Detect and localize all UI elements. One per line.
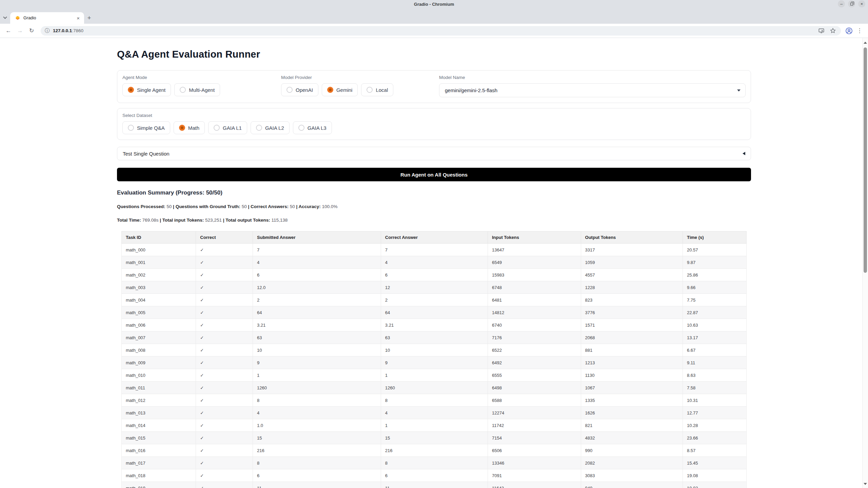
table-cell[interactable]: 15.45 <box>683 457 746 469</box>
table-cell[interactable]: 4 <box>253 407 381 419</box>
radio-option-simple-q-a[interactable]: Simple Q&A <box>122 121 170 134</box>
table-cell[interactable]: 8.63 <box>683 369 746 382</box>
correct-check-cell[interactable]: ✓ <box>196 331 253 344</box>
table-cell[interactable]: math_019 <box>122 482 196 488</box>
correct-check-cell[interactable]: ✓ <box>196 444 253 457</box>
correct-check-cell[interactable]: ✓ <box>196 419 253 432</box>
table-cell[interactable]: 13.17 <box>683 331 746 344</box>
table-cell[interactable]: 1626 <box>581 407 683 419</box>
table-cell[interactable]: 4 <box>381 407 488 419</box>
correct-check-cell[interactable]: ✓ <box>196 482 253 488</box>
scrollbar-thumb[interactable] <box>864 47 867 273</box>
table-cell[interactable]: 881 <box>581 344 683 357</box>
table-cell[interactable]: 3317 <box>581 244 683 256</box>
table-cell[interactable]: 10.28 <box>683 419 746 432</box>
tab-close-icon[interactable]: × <box>76 15 81 21</box>
radio-option-gaia-l1[interactable]: GAIA L1 <box>208 121 247 134</box>
table-cell[interactable]: 7091 <box>488 469 581 482</box>
table-cell[interactable]: 1059 <box>581 256 683 269</box>
radio-option-gaia-l3[interactable]: GAIA L3 <box>293 121 332 134</box>
table-cell[interactable]: 7154 <box>488 432 581 444</box>
table-cell[interactable]: 6740 <box>488 319 581 331</box>
new-tab-button[interactable]: + <box>84 12 94 24</box>
correct-check-cell[interactable]: ✓ <box>196 407 253 419</box>
table-cell[interactable]: math_006 <box>122 319 196 331</box>
correct-check-cell[interactable]: ✓ <box>196 457 253 469</box>
table-cell[interactable]: 22.87 <box>683 306 746 319</box>
table-cell[interactable]: 64 <box>381 306 488 319</box>
table-cell[interactable]: math_003 <box>122 281 196 294</box>
table-cell[interactable]: 1.0 <box>253 419 381 432</box>
correct-check-cell[interactable]: ✓ <box>196 469 253 482</box>
scroll-up-arrow-icon[interactable] <box>863 40 868 45</box>
table-cell[interactable]: 1067 <box>581 382 683 394</box>
run-all-questions-button[interactable]: Run Agent on All Questions <box>117 168 751 181</box>
table-cell[interactable]: 4 <box>381 256 488 269</box>
radio-option-multi-agent[interactable]: Multi-Agent <box>174 83 220 96</box>
table-cell[interactable]: 11643 <box>488 482 581 488</box>
table-cell[interactable]: math_010 <box>122 369 196 382</box>
correct-check-cell[interactable]: ✓ <box>196 294 253 306</box>
table-cell[interactable]: 63 <box>381 331 488 344</box>
table-cell[interactable]: math_013 <box>122 407 196 419</box>
back-button[interactable]: ← <box>3 26 14 36</box>
table-cell[interactable]: 23.66 <box>683 432 746 444</box>
correct-check-cell[interactable]: ✓ <box>196 357 253 369</box>
radio-option-gemini[interactable]: Gemini <box>322 83 358 96</box>
window-close-button[interactable]: × <box>858 0 865 7</box>
table-cell[interactable]: 821 <box>581 419 683 432</box>
table-cell[interactable]: 949 <box>581 482 683 488</box>
table-cell[interactable]: 1213 <box>581 357 683 369</box>
table-cell[interactable]: math_000 <box>122 244 196 256</box>
table-cell[interactable]: 11 <box>253 482 381 488</box>
table-cell[interactable]: math_001 <box>122 256 196 269</box>
table-cell[interactable]: 12274 <box>488 407 581 419</box>
table-cell[interactable]: 11742 <box>488 419 581 432</box>
table-cell[interactable]: math_007 <box>122 331 196 344</box>
table-cell[interactable]: 1571 <box>581 319 683 331</box>
table-cell[interactable]: 9 <box>253 357 381 369</box>
table-cell[interactable]: 6 <box>253 469 381 482</box>
correct-check-cell[interactable]: ✓ <box>196 281 253 294</box>
table-cell[interactable]: 15 <box>381 432 488 444</box>
table-cell[interactable]: 6.67 <box>683 344 746 357</box>
table-cell[interactable]: 15983 <box>488 269 581 281</box>
table-cell[interactable]: 11 <box>381 482 488 488</box>
tab-search-button[interactable] <box>0 12 10 24</box>
page-info-icon[interactable]: ⓘ <box>45 28 50 34</box>
table-cell[interactable]: 1 <box>253 369 381 382</box>
table-cell[interactable]: 6555 <box>488 369 581 382</box>
table-cell[interactable]: 20.57 <box>683 244 746 256</box>
table-cell[interactable]: 1 <box>381 369 488 382</box>
table-cell[interactable]: 216 <box>381 444 488 457</box>
table-cell[interactable]: 6522 <box>488 344 581 357</box>
table-cell[interactable]: 63 <box>253 331 381 344</box>
model-name-dropdown[interactable]: gemini/gemini-2.5-flash <box>439 83 746 97</box>
table-cell[interactable]: math_017 <box>122 457 196 469</box>
table-cell[interactable]: math_004 <box>122 294 196 306</box>
table-cell[interactable]: 3.21 <box>381 319 488 331</box>
forward-button[interactable]: → <box>15 26 25 36</box>
table-cell[interactable]: 10.02 <box>683 482 746 488</box>
radio-option-local[interactable]: Local <box>361 83 393 96</box>
page-scrollbar[interactable] <box>862 38 868 488</box>
radio-option-math[interactable]: Math <box>174 121 205 134</box>
browser-menu-icon[interactable]: ⋮ <box>854 26 865 36</box>
correct-check-cell[interactable]: ✓ <box>196 319 253 331</box>
bookmark-star-icon[interactable] <box>829 27 837 35</box>
table-cell[interactable]: 10 <box>381 344 488 357</box>
table-cell[interactable]: 6506 <box>488 444 581 457</box>
address-bar[interactable]: ⓘ 127.0.0.1:7860 <box>41 26 841 36</box>
table-cell[interactable]: math_016 <box>122 444 196 457</box>
scroll-down-arrow-icon[interactable] <box>863 481 868 487</box>
table-cell[interactable]: 6481 <box>488 294 581 306</box>
table-cell[interactable]: math_018 <box>122 469 196 482</box>
table-cell[interactable]: math_002 <box>122 269 196 281</box>
table-cell[interactable]: 7.75 <box>683 294 746 306</box>
table-cell[interactable]: 6 <box>381 469 488 482</box>
table-cell[interactable]: 7 <box>381 244 488 256</box>
table-cell[interactable]: 2082 <box>581 457 683 469</box>
table-cell[interactable]: 823 <box>581 294 683 306</box>
table-cell[interactable]: 25.86 <box>683 269 746 281</box>
table-cell[interactable]: 4 <box>253 256 381 269</box>
